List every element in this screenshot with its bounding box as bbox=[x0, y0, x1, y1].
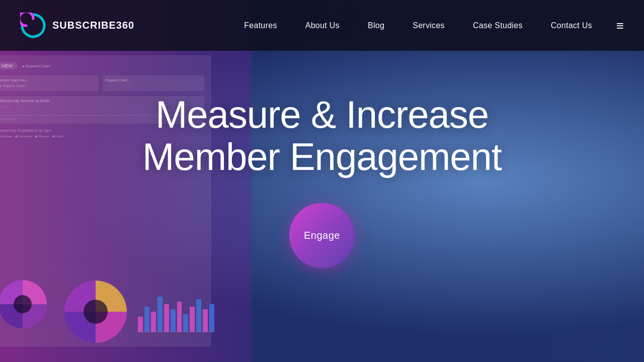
bar-item bbox=[190, 307, 195, 332]
nav-contact[interactable]: Contact Us bbox=[537, 21, 606, 30]
nav-about[interactable]: About Us bbox=[291, 21, 354, 30]
bar-item bbox=[151, 312, 156, 332]
nav-blog[interactable]: Blog bbox=[354, 21, 398, 30]
headline-line1: Measure & Increase bbox=[155, 93, 489, 136]
bar-item bbox=[177, 302, 182, 332]
logo-text: SUBSCRIBE360 bbox=[52, 20, 134, 31]
pie-chart-1 bbox=[0, 277, 50, 332]
hero-content: Measure & Increase Member Engagement Eng… bbox=[121, 94, 523, 268]
hero-section: VIEW ▸ Expand Chart Active Open Me... ▸ … bbox=[0, 0, 644, 362]
mockup-card-open: Active Open Me... ▸ Expand Chart bbox=[0, 75, 99, 91]
pie-charts-area bbox=[0, 277, 131, 347]
headline-line2: Member Engagement bbox=[142, 135, 502, 178]
nav-services[interactable]: Services bbox=[398, 21, 459, 30]
nav-case-studies[interactable]: Case Studies bbox=[459, 21, 537, 30]
logo-icon bbox=[20, 13, 46, 39]
engage-button[interactable]: Engage bbox=[289, 203, 355, 268]
svg-point-1 bbox=[14, 295, 32, 313]
bar-item bbox=[209, 304, 214, 332]
bar-item bbox=[196, 299, 201, 332]
bar-item bbox=[183, 314, 188, 332]
bar-item bbox=[138, 317, 143, 332]
mockup-expand-chart: ▸ Expand Chart bbox=[0, 84, 96, 88]
hamburger-menu[interactable]: ≡ bbox=[616, 19, 624, 32]
logo-link[interactable]: SUBSCRIBE360 bbox=[20, 13, 134, 39]
mockup-expand: ▸ Expand Chart bbox=[23, 64, 50, 68]
svg-point-3 bbox=[84, 300, 108, 324]
nav-features[interactable]: Features bbox=[230, 21, 291, 30]
bar-item bbox=[144, 307, 149, 332]
bar-item bbox=[171, 309, 176, 332]
bar-chart-area bbox=[136, 292, 216, 357]
bar-item bbox=[164, 304, 169, 332]
hero-headline: Measure & Increase Member Engagement bbox=[121, 94, 523, 177]
mockup-card-expand: Expand Chart... bbox=[103, 75, 204, 91]
pie-chart-2 bbox=[60, 277, 131, 347]
mockup-tab-view: VIEW bbox=[0, 62, 17, 69]
main-nav: Features About Us Blog Services Case Stu… bbox=[230, 21, 606, 30]
bar-item bbox=[203, 309, 208, 332]
site-header: SUBSCRIBE360 Features About Us Blog Serv… bbox=[0, 0, 644, 51]
bar-item bbox=[157, 297, 163, 332]
